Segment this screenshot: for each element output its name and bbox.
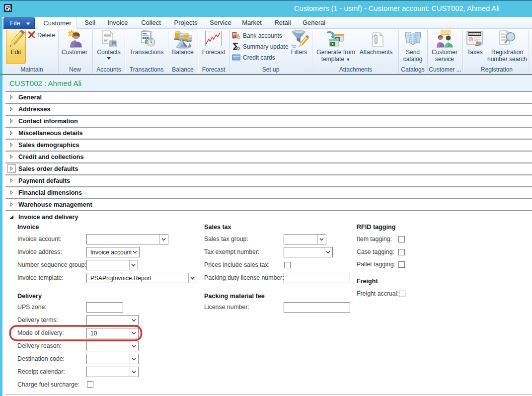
svg-text:000000: 000000 — [469, 33, 481, 36]
svg-text:X: X — [331, 42, 334, 46]
